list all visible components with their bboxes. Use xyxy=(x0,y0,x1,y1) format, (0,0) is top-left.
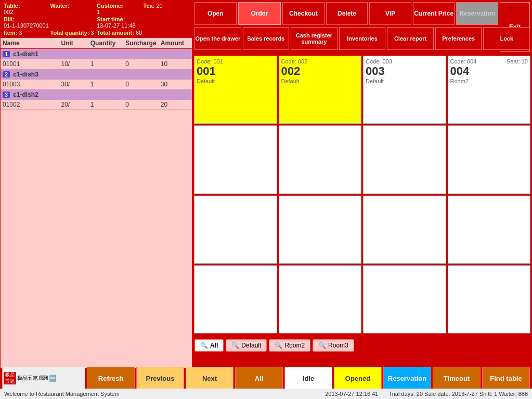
opened-button[interactable]: Opened xyxy=(334,367,382,390)
order-button[interactable]: Order xyxy=(238,2,281,25)
previous-button[interactable]: Previous xyxy=(136,367,184,390)
cash-register-button[interactable]: Cash register summary xyxy=(291,27,338,50)
search-icon: 🔍 xyxy=(318,342,326,349)
checkout-button[interactable]: Checkout xyxy=(282,2,325,25)
vip-button[interactable]: VIP xyxy=(369,2,411,25)
table-cell[interactable]: Code: 004 004 Room2 Seat: 10 xyxy=(448,56,531,124)
filter-tab-label: All xyxy=(210,342,218,349)
table-code: Code: 003 xyxy=(366,58,444,65)
dish-num: 3 xyxy=(3,92,10,98)
filter-tab-default[interactable]: 🔍Default xyxy=(226,339,267,352)
bill-value: 01-1-1307270001 xyxy=(4,22,49,29)
ime-label: 极品五笔 xyxy=(17,375,38,382)
clear-report-button[interactable]: Clear report xyxy=(387,27,434,50)
sales-records-button[interactable]: Sales records xyxy=(243,27,290,50)
table-location: Default xyxy=(281,78,359,84)
info-bar: Table: 002 Waiter: Customer 1 Tea: 20 Bi… xyxy=(1,1,192,38)
item-value: 3 xyxy=(19,30,22,36)
table-cell[interactable] xyxy=(363,265,446,333)
filter-tab-all[interactable]: 🔍All xyxy=(194,339,224,352)
status-right: Trial days: 20 Sale date: 2013-7-27 Shif… xyxy=(388,391,528,397)
current-price-button[interactable]: Current Price xyxy=(413,2,455,25)
search-icon: 🔍 xyxy=(231,342,239,349)
table-cell[interactable] xyxy=(448,125,531,194)
dish-detail: 01002 20/ 1 0 20 xyxy=(1,100,192,109)
refresh-button[interactable]: Refresh xyxy=(87,367,135,390)
table-cell[interactable] xyxy=(194,265,277,333)
col-surcharge: Surcharge xyxy=(125,40,161,47)
table-cell[interactable] xyxy=(279,196,362,264)
col-quantity: Quantity xyxy=(90,40,126,47)
delete-button[interactable]: Delete xyxy=(326,2,368,25)
status-left: Welcome to Restaurant Management System xyxy=(4,391,325,397)
inventories-button[interactable]: Inventories xyxy=(339,27,386,50)
dish-name: c1-dish1 xyxy=(13,50,38,58)
ime-icon: 极品五笔 xyxy=(4,372,16,384)
table-num: 004 xyxy=(450,65,528,78)
timeout-button[interactable]: Timeout xyxy=(433,367,481,390)
right-panel: Open Order Checkout Delete VIP Current P… xyxy=(192,0,532,356)
table-location: Room2 xyxy=(450,78,528,84)
dish-quantity: 1 xyxy=(90,81,126,88)
dish-surcharge: 0 xyxy=(125,101,161,108)
total-qty-value: 3 xyxy=(91,30,94,36)
order-table: Name Unit Quantity Surcharge Amount 1c1-… xyxy=(1,38,192,110)
ime-input-box: 极品五笔 极品五笔 ⌨ 🔤 xyxy=(2,367,85,390)
find-table-button[interactable]: Find table xyxy=(482,367,530,390)
table-cell[interactable] xyxy=(194,125,277,194)
dish-header[interactable]: 2c1-dish3 xyxy=(1,69,192,80)
reservation-button[interactable]: Reservation xyxy=(456,2,498,25)
all-status-button[interactable]: All xyxy=(235,367,283,390)
open-button[interactable]: Open xyxy=(194,2,237,25)
table-num: 002 xyxy=(281,65,359,78)
table-cell[interactable] xyxy=(363,196,446,264)
table-cell[interactable]: Code: 002 002 Default xyxy=(279,56,362,124)
column-headers: Name Unit Quantity Surcharge Amount xyxy=(1,38,192,49)
idle-button[interactable]: Idle xyxy=(284,367,332,390)
start-label: Start time: xyxy=(97,16,125,22)
ime-icon2: ⌨ xyxy=(39,375,48,382)
status-bar: Welcome to Restaurant Management System … xyxy=(0,389,532,399)
table-label: Table: xyxy=(4,3,20,9)
dish-code: 01001 xyxy=(3,60,61,68)
table-cell[interactable]: Code: 003 003 Default xyxy=(363,56,446,124)
total-qty-label: Total quantity: xyxy=(50,30,89,36)
filter-tab-room2[interactable]: 🔍Room2 xyxy=(269,339,310,352)
order-row-group: 1c1-dish1 01001 10/ 1 0 10 xyxy=(1,49,192,69)
dish-surcharge: 0 xyxy=(125,60,161,68)
table-cell[interactable] xyxy=(363,125,446,194)
table-cell[interactable] xyxy=(279,265,362,333)
top-button-row: Open Order Checkout Delete VIP Current P… xyxy=(192,0,532,27)
dish-detail: 01001 10/ 1 0 10 xyxy=(1,59,192,69)
second-button-row: Open the drawer Sales records Cash regis… xyxy=(192,27,532,54)
dish-amount: 30 xyxy=(161,81,190,88)
dish-header[interactable]: 3c1-dish2 xyxy=(1,89,192,100)
lock-button[interactable]: Lock xyxy=(483,27,530,50)
waiter-label: Waiter: xyxy=(50,3,70,9)
next-button[interactable]: Next xyxy=(186,367,233,390)
open-drawer-button[interactable]: Open the drawer xyxy=(194,27,241,50)
preferences-button[interactable]: Preferences xyxy=(435,27,482,50)
table-location: Default xyxy=(197,78,275,84)
table-cell[interactable] xyxy=(448,265,531,333)
dish-header[interactable]: 1c1-dish1 xyxy=(1,49,192,59)
filter-tab-label: Room3 xyxy=(328,342,348,349)
dish-surcharge: 0 xyxy=(125,81,161,88)
reservation-status-button[interactable]: Reservation xyxy=(383,367,431,390)
customer-label: Customer xyxy=(97,3,123,9)
table-num: 001 xyxy=(197,65,275,78)
tea-label: Tea: xyxy=(144,3,155,9)
col-amount: Amount xyxy=(161,40,190,47)
dish-code: 01002 xyxy=(3,101,61,108)
search-icon: 🔍 xyxy=(200,342,208,349)
total-amount-value: 60 xyxy=(136,30,142,36)
filter-tab-room3[interactable]: 🔍Room3 xyxy=(313,339,354,352)
order-row-group: 3c1-dish2 01002 20/ 1 0 20 xyxy=(1,89,192,110)
filter-tab-label: Room2 xyxy=(284,342,305,349)
table-cell[interactable]: Code: 001 001 Default xyxy=(194,56,277,124)
table-cell[interactable] xyxy=(279,125,362,194)
order-rows: 1c1-dish1 01001 10/ 1 0 10 2c1-dish3 010… xyxy=(1,49,192,110)
tea-value: 20 xyxy=(156,3,162,9)
table-cell[interactable] xyxy=(448,196,531,264)
table-cell[interactable] xyxy=(194,196,277,264)
